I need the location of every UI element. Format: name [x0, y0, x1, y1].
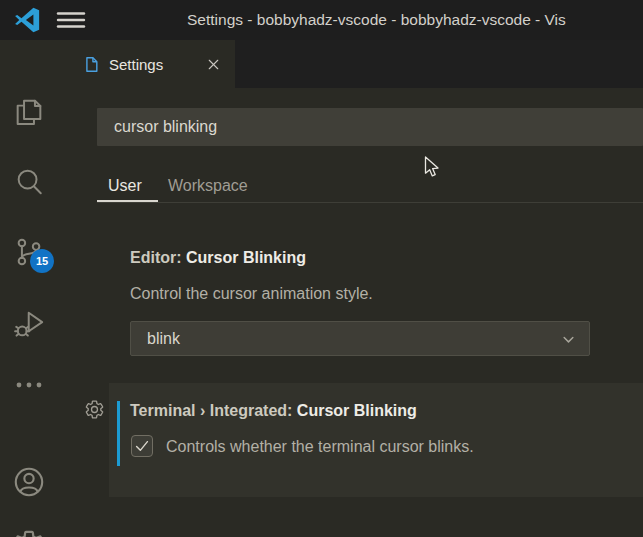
setting-label: Cursor Blinking	[297, 402, 417, 419]
setting-focus-indicator	[117, 401, 120, 466]
setting-edit-gear-icon[interactable]	[84, 399, 105, 420]
activity-bar: 15	[0, 40, 58, 537]
setting-description: Control the cursor animation style.	[130, 285, 373, 303]
window-title: Settings - bobbyhadz-vscode - bobbyhadz-…	[187, 0, 643, 40]
vscode-window: Settings - bobbyhadz-vscode - bobbyhadz-…	[0, 0, 643, 537]
mouse-pointer-icon	[424, 156, 440, 178]
source-control-badge: 15	[30, 249, 54, 273]
search-icon[interactable]	[12, 165, 46, 199]
explorer-icon[interactable]	[12, 95, 46, 129]
terminal-cursor-blinking-checkbox[interactable]	[131, 435, 153, 457]
setting-category: Editor:	[130, 249, 186, 266]
tab-settings[interactable]: Settings	[58, 40, 235, 88]
setting-title-terminal-cursor-blinking: Terminal › Integrated: Cursor Blinking	[130, 402, 417, 420]
setting-category: Terminal › Integrated:	[130, 402, 297, 419]
run-debug-icon[interactable]	[12, 306, 46, 340]
menu-hamburger-icon[interactable]	[56, 10, 86, 30]
setting-title-editor-cursor-blinking: Editor: Cursor Blinking	[130, 249, 306, 267]
tab-label: Settings	[109, 56, 163, 73]
select-value: blink	[147, 330, 180, 348]
checkmark-icon	[132, 436, 152, 456]
close-icon[interactable]	[205, 56, 222, 73]
cursor-blinking-select[interactable]: blink	[130, 321, 590, 356]
setting-description: Controls whether the terminal cursor bli…	[166, 438, 474, 456]
vscode-logo-icon	[14, 7, 40, 33]
scope-tabs-separator	[97, 202, 643, 203]
more-actions-icon[interactable]	[12, 376, 46, 394]
chevron-down-icon	[559, 330, 578, 349]
settings-search-input[interactable]	[97, 108, 643, 146]
title-bar: Settings - bobbyhadz-vscode - bobbyhadz-…	[0, 0, 643, 40]
active-scope-underline	[97, 200, 158, 202]
account-icon[interactable]	[11, 464, 47, 500]
tab-workspace[interactable]: Workspace	[168, 172, 248, 200]
editor-tab-bar: Settings	[58, 40, 643, 88]
setting-label: Cursor Blinking	[186, 249, 306, 266]
tab-user[interactable]: User	[108, 172, 142, 200]
settings-file-icon	[83, 56, 100, 73]
manage-gear-icon[interactable]	[10, 528, 48, 537]
